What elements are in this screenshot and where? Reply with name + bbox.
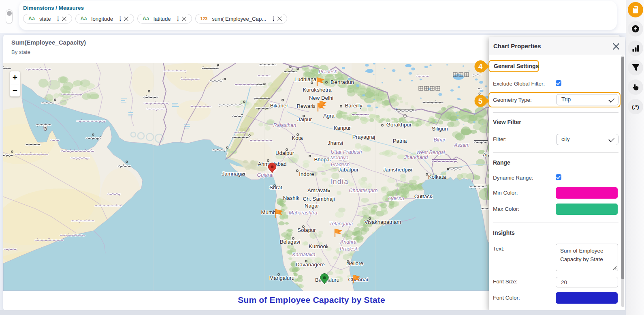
svg-text:Assam: Assam [454, 142, 469, 148]
svg-text:India: India [330, 178, 348, 186]
svg-text:Jamnagar: Jamnagar [222, 171, 246, 177]
svg-text:Agra: Agra [323, 113, 335, 119]
svg-text:Jabalpur: Jabalpur [338, 167, 359, 173]
svg-text:Chhattisgarh: Chhattisgarh [349, 188, 378, 193]
svg-text:Visakhapatnam: Visakhapatnam [365, 219, 401, 225]
svg-text:Madhya: Madhya [331, 155, 349, 161]
svg-text:Bihar: Bihar [433, 137, 446, 143]
svg-text:Nagar: Nagar [305, 203, 320, 209]
svg-text:Pradesh: Pradesh [319, 69, 338, 75]
svg-text:Siliguri: Siliguri [432, 126, 448, 132]
svg-text:New Delhi: New Delhi [309, 95, 333, 101]
svg-text:Jharkhand: Jharkhand [404, 154, 428, 160]
svg-text:Kolkata: Kolkata [428, 174, 446, 180]
svg-text:Pradesh: Pradesh [340, 246, 359, 252]
svg-text:Ch. Sambhaji: Ch. Sambhaji [303, 196, 335, 202]
svg-text:Nashik: Nashik [283, 195, 300, 201]
svg-text:Davanagere: Davanagere [296, 261, 325, 268]
svg-text:Rajasthan: Rajasthan [273, 122, 296, 128]
svg-text:Uttar Pradesh: Uttar Pradesh [331, 149, 362, 155]
svg-text:Karnataka: Karnataka [292, 252, 316, 257]
svg-text:Telangana: Telangana [329, 221, 353, 227]
svg-text:Surat: Surat [269, 184, 282, 191]
svg-text:Dehradun: Dehradun [331, 79, 354, 85]
svg-text:Patna: Patna [393, 138, 407, 144]
svg-text:Kurnool: Kurnool [309, 243, 327, 249]
svg-text:Udaipur: Udaipur [275, 150, 294, 156]
svg-text:Bikaner: Bikaner [270, 103, 288, 109]
svg-text:Jhansi: Jhansi [328, 140, 343, 146]
svg-text:Maharashtra: Maharashtra [289, 210, 317, 216]
svg-text:Kurukshetra: Kurukshetra [303, 87, 332, 93]
svg-text:Indore: Indore [299, 171, 314, 177]
svg-text:Cuttack: Cuttack [414, 193, 433, 199]
svg-text:Bhopal: Bhopal [314, 156, 331, 163]
svg-text:Rewari: Rewari [296, 103, 313, 109]
svg-text:5: 5 [478, 97, 483, 105]
svg-text:Pradesh: Pradesh [331, 162, 350, 167]
svg-text:Bareilly: Bareilly [345, 103, 363, 109]
svg-text:Prayagraj: Prayagraj [352, 134, 375, 140]
svg-text:Solapur: Solapur [297, 227, 316, 233]
svg-text:Jamshedpur: Jamshedpur [383, 167, 413, 173]
svg-text:Kota: Kota [292, 135, 303, 141]
svg-text:Mangaluru: Mangaluru [269, 275, 294, 281]
svg-text:4: 4 [478, 62, 483, 71]
svg-text:Ludhiana: Ludhiana [294, 76, 317, 82]
svg-text:Gorakhpur: Gorakhpur [386, 122, 412, 128]
svg-text:Odisha: Odisha [388, 196, 404, 201]
svg-text:Andhra: Andhra [340, 239, 356, 245]
svg-text:Belagavi: Belagavi [280, 239, 301, 245]
svg-text:Amravati: Amravati [307, 187, 328, 193]
svg-text:Jaipur: Jaipur [297, 116, 312, 122]
svg-text:Gujarat: Gujarat [257, 172, 274, 178]
